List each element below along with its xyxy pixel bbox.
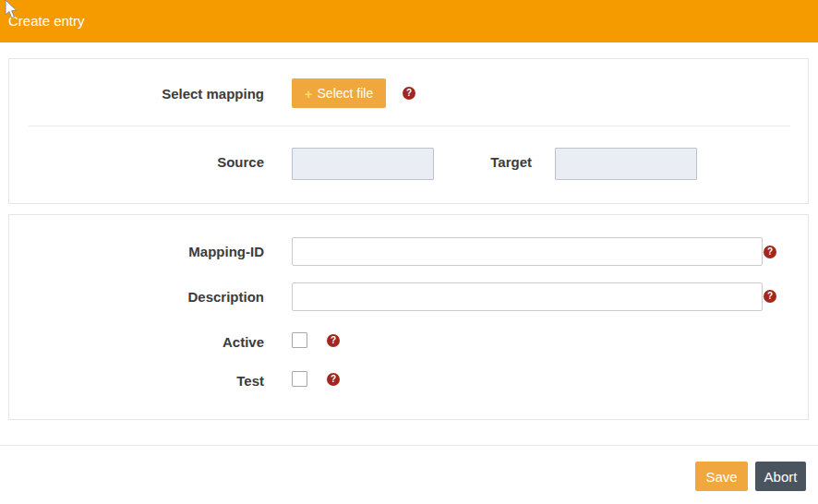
entry-details-panel: Mapping-ID ? Description ? Active ? Test…: [8, 214, 809, 420]
save-button[interactable]: Save: [695, 462, 748, 491]
page-title: Create entry: [8, 13, 85, 29]
test-help-icon[interactable]: ?: [327, 373, 340, 386]
test-label: Test: [9, 374, 264, 389]
select-file-button-label: Select file: [318, 86, 374, 101]
source-label: Source: [9, 155, 264, 170]
select-mapping-label: Select mapping: [9, 87, 264, 102]
footer-divider: [0, 445, 818, 446]
target-input: [555, 148, 697, 180]
description-help-icon[interactable]: ?: [764, 290, 776, 303]
plus-icon: +: [305, 86, 313, 102]
test-checkbox[interactable]: [292, 371, 307, 387]
page: Create entry Select mapping + Select fil…: [0, 0, 818, 504]
source-input: [292, 148, 434, 180]
file-selection-panel: Select mapping + Select file ? Source Ta…: [8, 58, 809, 204]
panel-divider: [29, 126, 790, 126]
header-bar: Create entry: [0, 0, 818, 42]
target-label: Target: [415, 155, 532, 170]
mapping-id-help-icon[interactable]: ?: [764, 246, 776, 258]
active-label: Active: [9, 335, 264, 350]
mouse-cursor-icon: [4, 0, 18, 20]
mapping-id-input[interactable]: [292, 237, 763, 266]
abort-button[interactable]: Abort: [755, 462, 806, 491]
active-checkbox[interactable]: [292, 332, 307, 348]
mapping-id-label: Mapping-ID: [9, 245, 264, 259]
description-label: Description: [9, 290, 264, 305]
active-help-icon[interactable]: ?: [327, 334, 340, 347]
select-mapping-help-icon[interactable]: ?: [403, 87, 415, 100]
description-input[interactable]: [292, 282, 763, 311]
select-file-button[interactable]: + Select file: [292, 78, 386, 108]
